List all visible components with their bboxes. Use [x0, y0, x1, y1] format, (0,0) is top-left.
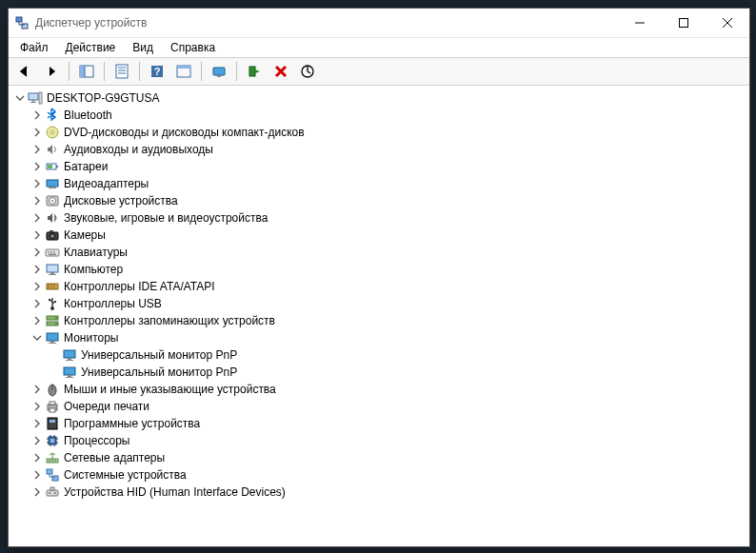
svg-point-23: [51, 131, 54, 134]
tree-category-node[interactable]: Клавиатуры: [10, 244, 747, 261]
expand-icon[interactable]: [30, 450, 45, 465]
svg-rect-40: [49, 254, 56, 255]
tree-category-node[interactable]: DVD-дисководы и дисководы компакт-дисков: [10, 124, 747, 141]
expand-icon[interactable]: [30, 399, 45, 414]
hid-icon: [45, 484, 60, 500]
svg-rect-38: [50, 251, 52, 253]
tree-category-node[interactable]: Звуковые, игровые и видеоустройства: [10, 209, 747, 227]
svg-point-82: [49, 460, 50, 462]
expand-icon[interactable]: [30, 125, 45, 140]
camera-icon: [45, 227, 60, 243]
tree-category-node[interactable]: Контроллеры запоминающих устройств: [10, 312, 747, 329]
expand-icon[interactable]: [30, 227, 45, 243]
uninstall-device-button[interactable]: [269, 59, 293, 84]
tree-root-node[interactable]: DESKTOP-G9GTUSA: [10, 89, 747, 107]
tree-node-label: Универсальный монитор PnP: [81, 364, 237, 381]
tree-category-node[interactable]: Bluetooth: [10, 107, 747, 124]
collapse-icon[interactable]: [12, 90, 28, 106]
scan-hardware-button[interactable]: [207, 59, 231, 84]
expand-icon[interactable]: [30, 108, 45, 123]
svg-text:?: ?: [154, 66, 161, 77]
tree-node-label: DESKTOP-G9GTUSA: [47, 89, 159, 107]
expand-icon[interactable]: [30, 142, 45, 157]
tree-category-node[interactable]: Аудиовходы и аудиовыходы: [10, 141, 747, 158]
expand-icon[interactable]: [30, 416, 45, 431]
svg-rect-72: [50, 439, 54, 443]
svg-rect-2: [680, 19, 688, 28]
expand-icon[interactable]: [30, 279, 45, 294]
tree-category-node[interactable]: Устройства HID (Human Interface Devices): [10, 484, 747, 501]
tree-node-label: Камеры: [64, 227, 106, 244]
expand-icon[interactable]: [30, 382, 45, 397]
tree-category-node[interactable]: Видеоадаптеры: [10, 175, 747, 192]
tree-category-node[interactable]: Процессоры: [10, 432, 747, 449]
tree-category-node[interactable]: Системные устройства: [10, 466, 747, 484]
maximize-button[interactable]: [662, 9, 706, 37]
tree-category-node[interactable]: Мониторы: [10, 329, 747, 346]
svg-rect-15: [217, 75, 221, 77]
expand-icon[interactable]: [30, 193, 45, 208]
svg-point-49: [49, 299, 50, 301]
show-hide-console-tree-button[interactable]: [74, 59, 99, 84]
tree-category-node[interactable]: Контроллеры USB: [10, 295, 747, 312]
bluetooth-icon: [45, 108, 60, 123]
menu-file[interactable]: Файл: [12, 39, 56, 56]
tree-category-node[interactable]: Камеры: [10, 227, 747, 244]
audio-icon: [45, 142, 60, 157]
tree-device-node[interactable]: Универсальный монитор PnP: [10, 364, 747, 381]
expand-icon[interactable]: [30, 245, 45, 260]
tree-node-label: Контроллеры запоминающих устройств: [64, 312, 275, 329]
tree-category-node[interactable]: Сетевые адаптеры: [10, 449, 747, 466]
svg-rect-37: [48, 251, 50, 253]
computer-icon: [45, 262, 60, 277]
tree-category-node[interactable]: Батареи: [10, 158, 747, 175]
device-tree[interactable]: DESKTOP-G9GTUSABluetoothDVD-дисководы и …: [9, 86, 749, 546]
tree-category-node[interactable]: Мыши и иные указывающие устройства: [10, 381, 747, 398]
keyboard-icon: [45, 245, 60, 260]
collapse-icon[interactable]: [30, 330, 45, 346]
tree-node-label: Bluetooth: [64, 107, 112, 124]
expand-icon[interactable]: [30, 210, 45, 226]
window-title: Диспетчер устройств: [35, 16, 618, 30]
battery-icon: [45, 159, 60, 174]
svg-point-32: [51, 200, 53, 202]
svg-rect-41: [47, 265, 58, 272]
toolbar-separator: [201, 62, 202, 81]
expand-icon[interactable]: [30, 296, 45, 311]
menu-view[interactable]: Вид: [125, 39, 161, 56]
tree-category-node[interactable]: Программные устройства: [10, 415, 747, 432]
svg-rect-6: [116, 65, 128, 78]
tree-category-node[interactable]: Компьютер: [10, 261, 747, 278]
close-button[interactable]: [706, 9, 749, 37]
action-button[interactable]: [171, 59, 196, 84]
tree-device-node[interactable]: Универсальный монитор PnP: [10, 346, 747, 364]
enable-device-button[interactable]: [242, 59, 267, 84]
back-button[interactable]: [12, 59, 37, 84]
tree-category-node[interactable]: Очереди печати: [10, 398, 747, 415]
tree-node-label: Очереди печати: [64, 398, 149, 415]
tree-node-label: Видеоадаптеры: [64, 175, 149, 192]
menu-action[interactable]: Действие: [58, 39, 124, 56]
expand-icon[interactable]: [30, 313, 45, 328]
expand-icon[interactable]: [30, 262, 45, 277]
expand-icon[interactable]: [30, 159, 45, 174]
tree-category-node[interactable]: Контроллеры IDE ATA/ATAPI: [10, 278, 747, 295]
help-button[interactable]: ?: [145, 59, 169, 84]
expand-icon[interactable]: [30, 433, 45, 448]
tree-node-label: Компьютер: [64, 261, 123, 278]
tree-node-label: Батареи: [64, 158, 108, 175]
tree-category-node[interactable]: Дисковые устройства: [10, 192, 747, 209]
svg-point-53: [55, 317, 57, 319]
ide-icon: [45, 279, 60, 294]
tree-node-label: Мыши и иные указывающие устройства: [64, 381, 276, 398]
minimize-button[interactable]: [618, 9, 662, 37]
menu-help[interactable]: Справка: [163, 39, 223, 56]
titlebar[interactable]: Диспетчер устройств: [9, 9, 749, 38]
expand-icon[interactable]: [30, 467, 45, 483]
update-driver-button[interactable]: [295, 59, 320, 84]
properties-button[interactable]: [109, 59, 134, 84]
svg-point-54: [55, 323, 57, 325]
expand-icon[interactable]: [30, 176, 45, 191]
expand-icon[interactable]: [30, 484, 45, 500]
forward-button[interactable]: [39, 59, 64, 84]
